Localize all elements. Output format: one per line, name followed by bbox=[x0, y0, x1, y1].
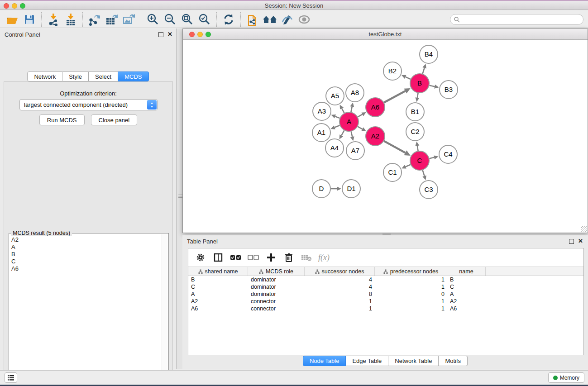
delete-column-button[interactable] bbox=[281, 251, 296, 264]
table-row[interactable]: A dominator 8 0 A bbox=[188, 291, 583, 298]
cell-predecessor-nodes[interactable]: 0 bbox=[375, 291, 447, 298]
cell-shared-name[interactable]: A2 bbox=[188, 298, 248, 305]
zoom-selected-button[interactable] bbox=[196, 12, 213, 27]
table-settings-button[interactable] bbox=[193, 251, 208, 264]
tab-select[interactable]: Select bbox=[89, 71, 118, 81]
zoom-fit-button[interactable] bbox=[179, 12, 196, 27]
split-divider-handle[interactable] bbox=[178, 192, 182, 200]
select-all-button[interactable] bbox=[228, 251, 243, 264]
column-header-name[interactable]: name bbox=[447, 267, 486, 276]
cell-shared-name[interactable]: A6 bbox=[188, 305, 248, 312]
window-resize-grip[interactable] bbox=[581, 226, 587, 232]
cell-name[interactable]: C bbox=[447, 283, 486, 291]
cell-shared-name[interactable]: A bbox=[188, 291, 248, 298]
cell-name[interactable]: A bbox=[447, 291, 486, 298]
import-network-button[interactable] bbox=[45, 12, 62, 27]
show-columns-button[interactable] bbox=[210, 251, 225, 264]
network-file-button[interactable] bbox=[244, 12, 261, 27]
cell-mcds-role[interactable]: dominator bbox=[248, 291, 305, 298]
column-header-predecessor-nodes[interactable]: predecessor nodes bbox=[375, 267, 447, 276]
cell-mcds-role[interactable]: dominator bbox=[248, 283, 305, 291]
delete-table-button[interactable] bbox=[299, 251, 314, 264]
table-row[interactable]: A2 connector 1 1 A2 bbox=[188, 298, 583, 305]
tab-network[interactable]: Network bbox=[27, 71, 62, 81]
show-graphics-button[interactable] bbox=[296, 12, 313, 27]
criterion-select[interactable]: largest connected component (directed) ▲… bbox=[19, 99, 158, 110]
column-header-successor-nodes[interactable]: successor nodes bbox=[305, 267, 375, 276]
cell-shared-name[interactable]: C bbox=[188, 283, 248, 291]
network-graph[interactable]: B4B2BB3A8A5A6A3B1AA1C2A2A4A7C4CC1C3DD1 bbox=[183, 40, 588, 233]
home-button[interactable] bbox=[261, 12, 278, 27]
list-item[interactable]: A2 bbox=[11, 236, 162, 243]
cell-successor-nodes[interactable]: 8 bbox=[305, 291, 375, 298]
graph-node-label: C bbox=[417, 157, 422, 164]
cell-successor-nodes[interactable]: 1 bbox=[305, 305, 375, 312]
deselect-all-button[interactable] bbox=[246, 251, 261, 264]
cell-mcds-role[interactable]: connector bbox=[248, 298, 305, 305]
close-panel-icon[interactable]: ✕ bbox=[167, 31, 172, 38]
list-item[interactable]: B bbox=[11, 251, 162, 258]
cell-shared-name[interactable]: B bbox=[188, 276, 248, 283]
cell-mcds-role[interactable]: connector bbox=[248, 305, 305, 312]
cell-predecessor-nodes[interactable]: 1 bbox=[375, 305, 447, 312]
run-mcds-button[interactable]: Run MCDS bbox=[39, 114, 85, 125]
open-session-button[interactable] bbox=[4, 12, 21, 27]
cell-mcds-role[interactable]: dominator bbox=[248, 276, 305, 283]
scrollbar[interactable] bbox=[162, 234, 167, 386]
zoom-out-icon bbox=[163, 13, 177, 26]
tab-network-table[interactable]: Network Table bbox=[388, 356, 439, 366]
split-divider-handle[interactable] bbox=[382, 233, 391, 235]
network-window-titlebar[interactable]: testGlobe.txt bbox=[183, 29, 588, 40]
tab-edge-table[interactable]: Edge Table bbox=[346, 356, 388, 366]
cell-successor-nodes[interactable]: 4 bbox=[305, 276, 375, 283]
mcds-tab-content: Optimization criterion: largest connecte… bbox=[4, 81, 173, 386]
close-panel-icon[interactable]: ✕ bbox=[578, 238, 583, 244]
export-network-button[interactable] bbox=[86, 12, 103, 27]
graph-node-label: B2 bbox=[388, 67, 397, 75]
function-builder-button[interactable]: f(x) bbox=[318, 253, 330, 262]
list-item[interactable]: C bbox=[11, 258, 162, 265]
graph-node-label: C3 bbox=[424, 186, 433, 193]
toolbar-separator bbox=[141, 12, 141, 27]
tab-mcds[interactable]: MCDS bbox=[118, 71, 148, 81]
list-item[interactable]: A6 bbox=[11, 265, 162, 272]
hide-annotations-button[interactable] bbox=[278, 12, 296, 27]
search-input[interactable] bbox=[462, 16, 583, 23]
import-table-button[interactable] bbox=[62, 12, 79, 27]
search-field[interactable] bbox=[450, 14, 583, 25]
float-panel-icon[interactable] bbox=[158, 32, 163, 37]
table-row[interactable]: B dominator 4 1 B bbox=[188, 276, 583, 283]
cell-predecessor-nodes[interactable]: 1 bbox=[375, 276, 447, 283]
add-column-button[interactable] bbox=[263, 251, 278, 264]
mcds-result-list[interactable]: A2 A B C A6 bbox=[10, 234, 162, 386]
table-row[interactable]: C dominator 4 1 C bbox=[188, 283, 583, 291]
tab-style[interactable]: Style bbox=[62, 71, 89, 81]
tab-motifs[interactable]: Motifs bbox=[439, 356, 468, 366]
home-icon bbox=[262, 14, 277, 25]
cell-name[interactable]: A6 bbox=[447, 305, 486, 312]
zoom-in-button[interactable] bbox=[144, 12, 162, 27]
network-canvas[interactable]: B4B2BB3A8A5A6A3B1AA1C2A2A4A7C4CC1C3DD1 bbox=[183, 40, 588, 233]
cell-predecessor-nodes[interactable]: 1 bbox=[375, 298, 447, 305]
tab-node-table[interactable]: Node Table bbox=[303, 356, 346, 366]
columns-icon bbox=[213, 253, 223, 262]
cell-successor-nodes[interactable]: 4 bbox=[305, 283, 375, 291]
export-image-button[interactable] bbox=[120, 12, 138, 27]
list-item[interactable]: A bbox=[11, 243, 162, 251]
save-session-button[interactable] bbox=[21, 12, 38, 27]
float-panel-icon[interactable] bbox=[569, 239, 574, 244]
cell-predecessor-nodes[interactable]: 1 bbox=[375, 283, 447, 291]
network-view-window[interactable]: testGlobe.txt B4B2BB3A8A5A6A3B1AA1C2A2A4… bbox=[182, 29, 588, 233]
column-header-mcds-role[interactable]: MCDS role bbox=[248, 267, 305, 276]
refresh-button[interactable] bbox=[220, 12, 237, 27]
memory-button[interactable]: Memory bbox=[548, 372, 584, 383]
column-header-shared-name[interactable]: shared name bbox=[188, 267, 248, 276]
task-history-button[interactable] bbox=[5, 372, 17, 383]
close-panel-button[interactable]: Close panel bbox=[91, 114, 138, 125]
cell-successor-nodes[interactable]: 1 bbox=[305, 298, 375, 305]
table-row[interactable]: A6 connector 1 1 A6 bbox=[188, 305, 583, 312]
zoom-out-button[interactable] bbox=[162, 12, 179, 27]
cell-name[interactable]: A2 bbox=[447, 298, 486, 305]
cell-name[interactable]: B bbox=[447, 276, 486, 283]
export-table-button[interactable] bbox=[103, 12, 120, 27]
